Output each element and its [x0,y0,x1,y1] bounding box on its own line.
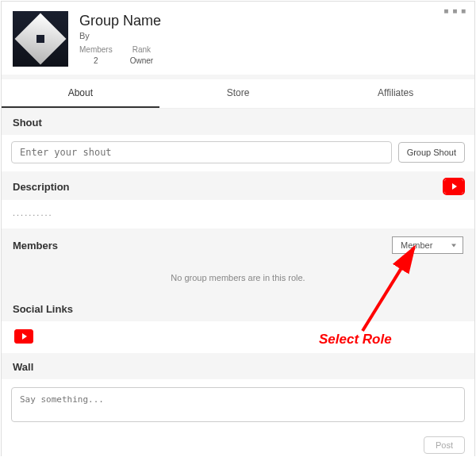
group-info: Group Name By Members 2 Rank Owner [79,11,161,65]
members-section-label: Members [13,240,58,252]
youtube-icon[interactable] [444,179,463,194]
role-dropdown[interactable]: Member [392,236,463,254]
wall-label: Wall [2,353,474,379]
shout-label: Shout [2,109,474,135]
annotation-text: Select Role [319,332,392,348]
tabs: About Store Affiliates [2,79,474,109]
youtube-link-icon[interactable] [14,329,33,344]
wall-input[interactable] [11,387,465,422]
social-links-label: Social Links [2,295,474,321]
members-value: 2 [79,56,113,65]
rank-value: Owner [130,56,153,65]
group-by-label: By [79,31,161,40]
members-label: Members [79,45,113,54]
group-title: Group Name [79,13,161,29]
rank-label: Rank [130,45,153,54]
group-header: Group Name By Members 2 Rank Owner [2,2,474,75]
overflow-menu-icon[interactable]: ■ ■ ■ [443,6,466,15]
social-link-pill[interactable] [40,329,78,344]
group-avatar[interactable] [13,11,68,67]
group-shout-button[interactable]: Group Shout [398,142,465,163]
post-button[interactable]: Post [424,436,465,454]
shout-input[interactable] [11,141,392,163]
role-selected: Member [401,240,432,250]
tab-store[interactable]: Store [159,79,317,108]
description-text: .......... [2,200,474,228]
description-label: Description [2,171,474,200]
members-empty-text: No group members are in this role. [2,262,474,295]
tab-about[interactable]: About [2,79,159,108]
tab-affiliates[interactable]: Affiliates [317,79,474,108]
description-label-text: Description [13,181,70,193]
